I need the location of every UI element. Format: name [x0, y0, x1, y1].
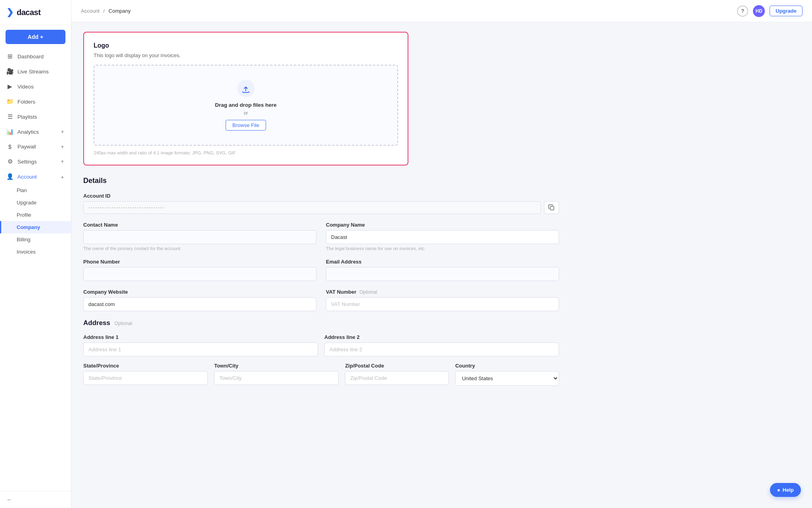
company-name-input[interactable] [326, 230, 559, 244]
details-section: Details Account ID Contact Na [83, 177, 559, 386]
back-button[interactable]: ← [6, 496, 13, 503]
copy-icon [548, 204, 555, 211]
sidebar-item-live-streams[interactable]: 🎥 Live Streams [0, 64, 71, 79]
company-name-label: Company Name [326, 222, 559, 228]
account-id-label: Account ID [83, 193, 559, 199]
account-id-wrap [83, 201, 559, 214]
address-line1-label: Address line 1 [83, 334, 318, 340]
sidebar-item-company[interactable]: Company [0, 221, 71, 233]
sidebar-item-plan[interactable]: Plan [0, 184, 71, 196]
details-title: Details [83, 177, 559, 185]
address-line1-input[interactable] [83, 343, 318, 356]
contact-name-label: Contact Name [83, 222, 316, 228]
playlists-icon: ☰ [6, 113, 13, 120]
address-lines-row: Address line 1 Address line 2 [83, 334, 559, 356]
sidebar-item-folders[interactable]: 📁 Folders [0, 94, 71, 109]
contact-name-group: Contact Name The name of the primary con… [83, 222, 316, 251]
drop-zone[interactable]: Drag and drop files here or Browse File [94, 65, 398, 146]
address-line2-label: Address line 2 [324, 334, 559, 340]
contact-company-row: Contact Name The name of the primary con… [83, 222, 559, 251]
company-name-hint: The legal business name for use on invoi… [326, 246, 559, 251]
copy-button[interactable] [544, 201, 559, 214]
account-id-group: Account ID [83, 193, 559, 214]
browse-file-button[interactable]: Browse File [226, 120, 266, 131]
sidebar-item-label: Videos [17, 84, 34, 90]
sidebar-item-label: Playlists [17, 114, 37, 120]
town-input[interactable] [214, 371, 339, 385]
sidebar-item-label: Analytics [17, 129, 39, 135]
sidebar-item-analytics[interactable]: 📊 Analytics ▼ [0, 124, 71, 139]
sidebar-item-label: Dashboard [17, 54, 44, 60]
logo: ❯ dacast [0, 0, 71, 25]
company-name-group: Company Name The legal business name for… [326, 222, 559, 251]
page-content: Logo This logo will display on your invo… [71, 22, 812, 508]
sidebar-item-label: Live Streams [17, 69, 49, 75]
address-section: Address Optional Address line 1 Address … [83, 319, 559, 386]
sidebar-item-profile[interactable]: Profile [0, 209, 71, 221]
state-label: State/Province [83, 363, 208, 369]
account-icon: 👤 [6, 173, 13, 180]
breadcrumb: Account / Company [81, 8, 131, 14]
upgrade-button[interactable]: Upgrade [770, 6, 802, 16]
address-line2-input[interactable] [324, 343, 559, 356]
country-group: Country United States [455, 363, 559, 386]
sidebar-item-settings[interactable]: ⚙ Settings ▼ [0, 154, 71, 169]
country-label: Country [455, 363, 559, 369]
zip-group: Zip/Postal Code [345, 363, 449, 386]
account-id-input[interactable] [83, 201, 541, 214]
main-area: Account / Company ? HD Upgrade Logo This… [71, 0, 812, 508]
logo-section-subtitle: This logo will display on your invoices. [94, 52, 398, 58]
svg-rect-1 [550, 206, 554, 210]
breadcrumb-page: Company [109, 8, 131, 14]
website-input[interactable] [83, 297, 316, 311]
address-title: Address Optional [83, 319, 559, 327]
logo-hint: 240px max width and ratio of 4:1 image f… [94, 150, 398, 155]
email-label: Email Address [326, 259, 559, 265]
main-nav: ⊞ Dashboard 🎥 Live Streams ▶ Videos 📁 Fo… [0, 49, 71, 258]
phone-label: Phone Number [83, 259, 316, 265]
country-select[interactable]: United States [455, 371, 559, 386]
avatar[interactable]: HD [753, 5, 765, 17]
sidebar-item-playlists[interactable]: ☰ Playlists [0, 109, 71, 124]
chevron-down-icon: ▼ [60, 159, 65, 164]
phone-group: Phone Number [83, 259, 316, 281]
sidebar-item-billing[interactable]: Billing [0, 233, 71, 246]
vat-optional: Optional [359, 289, 377, 295]
sidebar-item-label: Settings [17, 159, 37, 165]
sidebar-item-paywall[interactable]: $ Paywall ▼ [0, 139, 71, 154]
address-optional: Optional [115, 321, 132, 326]
logo-text: dacast [17, 8, 40, 17]
address-line2-group: Address line 2 [324, 334, 559, 356]
sidebar-item-invoices[interactable]: Invoices [0, 246, 71, 258]
help-label: Help [783, 487, 794, 493]
live-streams-icon: 🎥 [6, 68, 13, 75]
state-input[interactable] [83, 371, 208, 385]
paywall-icon: $ [6, 143, 13, 150]
help-floating-button[interactable]: ● Help [770, 483, 801, 497]
sidebar-item-account[interactable]: 👤 Account ▲ [0, 169, 71, 184]
chevron-up-icon: ▲ [60, 174, 65, 179]
logo-section: Logo This logo will display on your invo… [83, 32, 408, 165]
sidebar-item-videos[interactable]: ▶ Videos [0, 79, 71, 94]
website-group: Company Website [83, 289, 316, 311]
vat-input[interactable] [326, 297, 559, 311]
add-button[interactable]: Add + [6, 30, 65, 44]
breadcrumb-separator: / [103, 8, 105, 14]
breadcrumb-account: Account [81, 8, 100, 14]
address-line1-group: Address line 1 [83, 334, 318, 356]
email-input[interactable] [326, 267, 559, 281]
phone-email-row: Phone Number Email Address [83, 259, 559, 281]
sidebar-item-upgrade[interactable]: Upgrade [0, 196, 71, 209]
upload-icon-wrap [237, 80, 255, 97]
contact-name-input[interactable] [83, 230, 316, 244]
sidebar-item-dashboard[interactable]: ⊞ Dashboard [0, 49, 71, 64]
sidebar-item-label: Folders [17, 99, 35, 105]
help-icon-button[interactable]: ? [737, 6, 748, 17]
dashboard-icon: ⊞ [6, 53, 13, 60]
help-circle-icon: ● [777, 487, 780, 493]
drop-or: or [102, 110, 389, 116]
zip-input[interactable] [345, 371, 449, 385]
sidebar-item-label: Paywall [17, 144, 36, 150]
phone-input[interactable] [83, 267, 316, 281]
vat-group: VAT Number Optional [326, 289, 559, 311]
